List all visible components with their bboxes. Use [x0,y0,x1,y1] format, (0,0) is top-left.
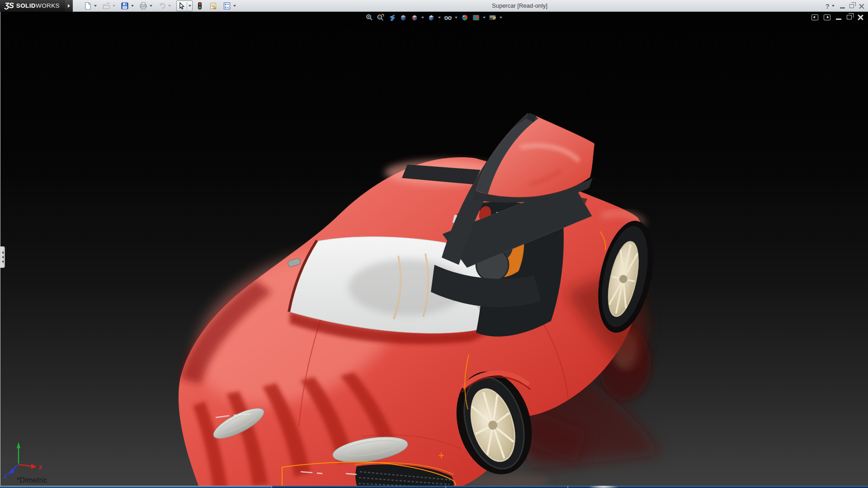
new-document-button[interactable] [83,1,93,11]
printer-icon [139,2,147,10]
windows-taskbar-edge[interactable] [0,486,868,488]
collapse-arrow-icon [2,260,4,263]
collapse-left-pane-button[interactable] [811,14,818,20]
headsup-view-toolbar [364,13,503,22]
save-floppy-icon [121,2,129,10]
apply-scene-button[interactable] [471,13,481,22]
viewport-window-controls [811,14,863,20]
supercar-3d-model[interactable]: X Z [0,12,868,488]
select-dropdown[interactable] [187,1,192,11]
undo-arrow-icon [158,2,166,10]
save-button[interactable] [120,1,130,11]
brand-text: SOLIDWORKS [16,2,60,9]
minimize-button[interactable] [840,4,845,9]
select-tool-group [176,0,193,11]
open-butterfly-door[interactable] [473,113,594,202]
taskbar-glow [588,485,619,488]
undo-button[interactable] [157,1,167,11]
document-title: Supercar [Read-only] [492,0,547,12]
viewport-restore-button[interactable] [847,15,852,19]
file-properties-button[interactable] [208,1,218,11]
brand-glyph: ƷS [5,1,14,10]
hide-show-items-button[interactable] [443,13,453,22]
new-document-dropdown[interactable] [93,1,98,11]
view-settings-icon [489,14,497,22]
viewport-minimize-button[interactable] [836,14,841,20]
pane-collapse-left-icon [811,14,818,20]
view-orientation-button[interactable] [409,13,420,22]
solidworks-logo: ƷS SOLIDWORKS [0,0,65,12]
help-dropdown[interactable] [830,1,835,11]
view-settings-button[interactable] [487,13,498,22]
restore-button[interactable] [849,4,854,8]
undo-dropdown[interactable] [167,1,172,11]
close-icon [859,3,864,9]
viewport-close-button[interactable] [857,14,863,20]
restore-icon [849,4,854,8]
pane-expand-right-icon [824,14,830,20]
close-icon [857,14,863,20]
section-view-button[interactable] [398,13,408,22]
hide-show-items-dropdown[interactable] [454,13,458,22]
edit-appearance-button[interactable] [459,13,470,22]
titlebar: ƷS SOLIDWORKS [0,0,868,12]
restore-icon [847,15,852,19]
previous-view-arrow-icon [388,14,396,22]
minimize-icon [836,19,841,20]
zoom-to-fit-button[interactable] [364,13,374,22]
new-page-icon [84,2,92,10]
previous-view-button[interactable] [387,13,397,22]
coordinate-triad: X Z [4,442,42,479]
triad-z-label: Z [4,473,8,479]
collapse-arrow-icon [2,256,4,258]
help-button[interactable]: ? [826,2,830,10]
view-orientation-label: *Dimetric [17,476,47,484]
options-button[interactable] [222,1,232,11]
view-settings-dropdown[interactable] [499,13,503,22]
section-cube-icon [399,14,407,22]
save-dropdown[interactable] [130,1,135,11]
titlebar-window-controls: ? [826,0,864,12]
minimize-icon [840,7,845,9]
expand-right-pane-button[interactable] [824,14,830,20]
select-cursor-icon [178,2,186,10]
open-folder-icon [102,2,110,10]
zoom-to-area-button[interactable] [375,13,386,22]
collapse-arrow-icon [2,251,4,254]
flyout-arrow-icon [68,4,70,8]
open-button[interactable] [101,1,111,11]
display-style-dropdown[interactable] [437,13,442,22]
rebuild-button[interactable] [195,1,205,11]
triad-x-label: X [38,465,42,471]
magnifier-area-icon [377,14,385,22]
select-button[interactable] [177,1,187,11]
magnifier-icon [365,14,373,22]
eyeglasses-icon [444,14,452,22]
graphics-viewport[interactable]: X Z [0,12,868,488]
options-dropdown[interactable] [232,1,237,11]
appearance-sphere-icon [461,14,469,22]
display-style-button[interactable] [426,13,436,22]
open-dropdown[interactable] [111,1,116,11]
note-hand-icon [209,2,217,10]
menu-flyout-button[interactable] [65,0,73,12]
display-style-cube-icon [427,14,435,22]
orientation-cube-icon [410,14,419,22]
close-button[interactable] [859,3,864,9]
feature-tree-collapse-tab[interactable] [0,246,5,268]
traffic-light-icon [196,2,204,10]
scene-sphere-icon [472,14,480,22]
view-orientation-dropdown[interactable] [420,13,425,22]
standard-toolbar [83,0,239,11]
print-dropdown[interactable] [148,1,153,11]
apply-scene-dropdown[interactable] [482,13,486,22]
options-checklist-icon [223,2,231,10]
print-button[interactable] [138,1,148,11]
